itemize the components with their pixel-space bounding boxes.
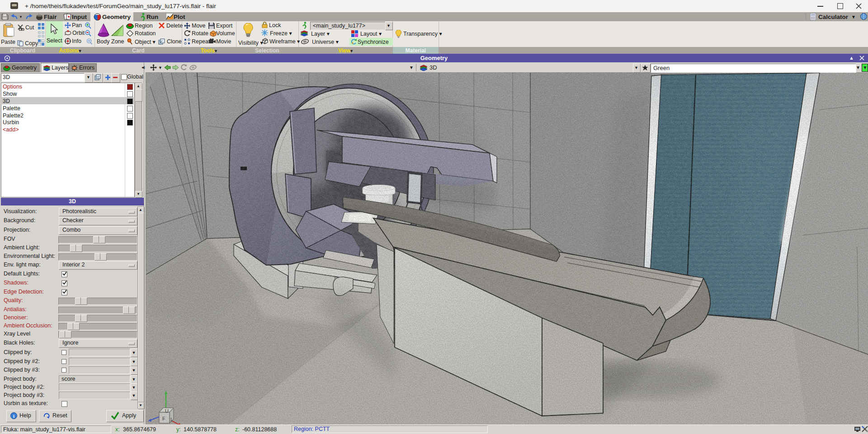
- svg-text:i: i: [13, 413, 14, 419]
